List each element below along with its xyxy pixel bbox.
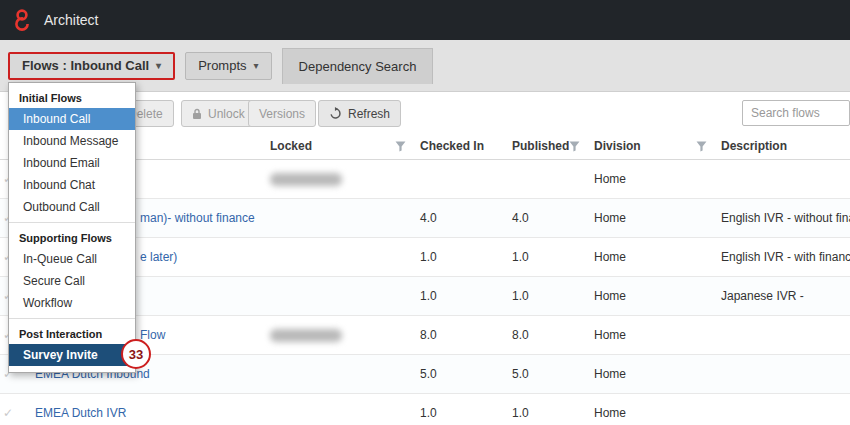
- table-row[interactable]: ✓ EMEA Dutch IVR 1.0 1.0 Home: [0, 394, 850, 425]
- description-cell: English IVR - with finance: [721, 250, 850, 264]
- column-locked-label: Locked: [270, 139, 312, 153]
- dropdown-section-header: Post Interaction: [9, 323, 135, 344]
- refresh-button[interactable]: Refresh: [318, 100, 401, 127]
- filter-icon[interactable]: [569, 141, 580, 152]
- dropdown-item-survey-invite[interactable]: Survey Invite 33: [9, 344, 135, 366]
- checked-in-cell: 8.0: [420, 328, 512, 342]
- dropdown-item-inbound-message[interactable]: Inbound Message: [9, 130, 135, 152]
- dependency-search-label: Dependency Search: [299, 59, 417, 74]
- flow-name-link[interactable]: e later): [140, 250, 177, 264]
- dropdown-section-post-interaction: Post Interaction Survey Invite 33: [9, 318, 135, 370]
- dropdown-item-survey-invite-label: Survey Invite: [23, 348, 98, 362]
- published-cell: 1.0: [512, 250, 594, 264]
- column-checked-in-label: Checked In: [420, 139, 484, 153]
- genesys-logo-icon: [10, 7, 34, 33]
- refresh-icon: [329, 107, 342, 120]
- dropdown-item-inbound-chat[interactable]: Inbound Chat: [9, 174, 135, 196]
- dropdown-item-inbound-call[interactable]: Inbound Call: [9, 108, 135, 130]
- top-app-bar: Architect: [0, 0, 850, 40]
- published-cell: 5.0: [512, 367, 594, 381]
- prompts-dropdown-button[interactable]: Prompts ▾: [185, 52, 271, 80]
- dropdown-section-header: Supporting Flows: [9, 227, 135, 248]
- lock-icon: [192, 108, 202, 120]
- column-published: Published: [512, 139, 594, 153]
- published-cell: 8.0: [512, 328, 594, 342]
- dropdown-item-in-queue-call[interactable]: In-Queue Call: [9, 248, 135, 270]
- column-division-label: Division: [594, 139, 641, 153]
- column-checked-in: Checked In: [420, 139, 512, 153]
- filter-icon[interactable]: [395, 141, 406, 152]
- chevron-down-icon: ▾: [156, 60, 161, 71]
- dropdown-item-secure-call[interactable]: Secure Call: [9, 270, 135, 292]
- published-cell: 1.0: [512, 406, 594, 420]
- search-flows-input[interactable]: [742, 100, 850, 126]
- app-title: Architect: [44, 12, 98, 28]
- published-cell: 4.0: [512, 211, 594, 225]
- dropdown-section-header: Initial Flows: [9, 87, 135, 108]
- redacted-locked-value: [270, 173, 342, 186]
- checked-in-cell: 1.0: [420, 289, 512, 303]
- published-cell: 1.0: [512, 289, 594, 303]
- description-cell: English IVR - without finan: [721, 211, 850, 225]
- flow-name-link[interactable]: man)- without finance: [140, 211, 255, 225]
- dropdown-section-initial-flows: Initial Flows Inbound Call Inbound Messa…: [9, 83, 135, 222]
- flows-dropdown-label: Flows : Inbound Call: [22, 58, 149, 73]
- flow-name-link[interactable]: EMEA Dutch IVR: [35, 406, 126, 420]
- flows-type-dropdown-menu: Initial Flows Inbound Call Inbound Messa…: [8, 82, 136, 373]
- dependency-search-tab[interactable]: Dependency Search: [282, 48, 434, 84]
- division-cell: Home: [594, 172, 721, 186]
- column-division: Division: [594, 139, 721, 153]
- architect-app-window: Architect Flows : Inbound Call ▾ Prompts…: [0, 0, 850, 425]
- filter-icon[interactable]: [696, 141, 707, 152]
- unlock-button[interactable]: Unlock: [181, 100, 256, 127]
- column-locked: Locked: [270, 139, 420, 153]
- division-cell: Home: [594, 406, 721, 420]
- redacted-locked-value: [270, 329, 342, 342]
- prompts-dropdown-label: Prompts: [198, 58, 246, 73]
- flow-name-cell: ✓ EMEA Dutch IVR: [0, 394, 270, 425]
- flows-dropdown-button[interactable]: Flows : Inbound Call ▾: [8, 52, 175, 80]
- unlock-button-label: Unlock: [208, 107, 245, 121]
- chevron-down-icon: ▾: [254, 60, 259, 71]
- dropdown-item-inbound-email[interactable]: Inbound Email: [9, 152, 135, 174]
- column-description-label: Description: [721, 139, 787, 153]
- description-cell: Japanese IVR -: [721, 289, 850, 303]
- check-icon: ✓: [3, 406, 13, 420]
- annotation-step-badge: 33: [121, 339, 151, 369]
- versions-button[interactable]: Versions: [248, 100, 316, 127]
- division-cell: Home: [594, 211, 721, 225]
- dropdown-item-workflow[interactable]: Workflow: [9, 292, 135, 314]
- column-description: Description: [721, 139, 850, 153]
- column-published-label: Published: [512, 139, 569, 153]
- dropdown-section-supporting-flows: Supporting Flows In-Queue Call Secure Ca…: [9, 222, 135, 318]
- locked-cell: [270, 173, 420, 186]
- flow-name-link[interactable]: Flow: [140, 328, 165, 342]
- checked-in-cell: 4.0: [420, 211, 512, 225]
- versions-button-label: Versions: [259, 107, 305, 121]
- checked-in-cell: 5.0: [420, 367, 512, 381]
- checked-in-cell: 1.0: [420, 406, 512, 420]
- division-cell: Home: [594, 367, 721, 381]
- checked-in-cell: 1.0: [420, 250, 512, 264]
- division-cell: Home: [594, 328, 721, 342]
- division-cell: Home: [594, 250, 721, 264]
- dropdown-item-outbound-call[interactable]: Outbound Call: [9, 196, 135, 218]
- locked-cell: [270, 329, 420, 342]
- refresh-button-label: Refresh: [348, 107, 390, 121]
- division-cell: Home: [594, 289, 721, 303]
